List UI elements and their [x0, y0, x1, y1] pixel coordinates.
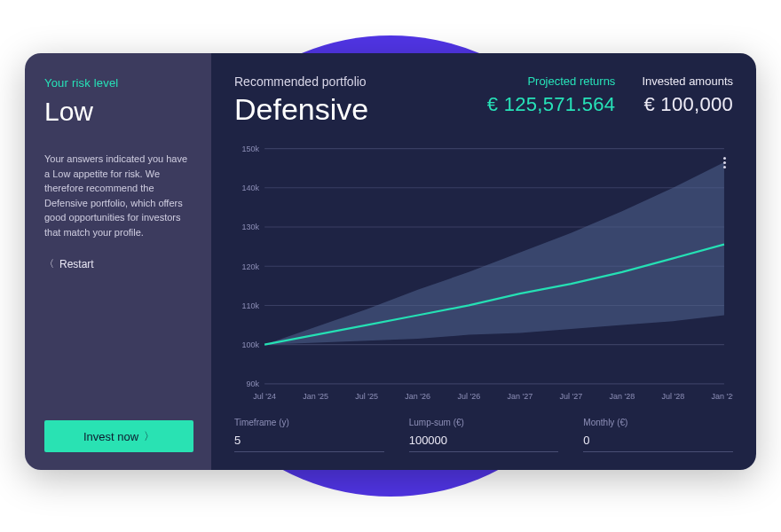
- restart-button[interactable]: 〉 Restart: [44, 257, 193, 270]
- svg-text:Jul '27: Jul '27: [559, 391, 582, 401]
- recommended-label: Recommended portfolio: [234, 74, 487, 89]
- invest-now-button[interactable]: Invest now 〉: [44, 420, 193, 452]
- monthly-label: Monthly (€): [583, 418, 733, 427]
- lump-sum-input[interactable]: [409, 431, 559, 452]
- chevron-left-icon: 〉: [44, 257, 54, 270]
- restart-label: Restart: [59, 258, 94, 270]
- timeframe-label: Timeframe (y): [234, 418, 384, 427]
- svg-text:Jul '28: Jul '28: [662, 391, 685, 401]
- projected-value: € 125,571.564: [487, 93, 616, 116]
- svg-text:90k: 90k: [247, 379, 260, 388]
- inputs-row: Timeframe (y) Lump-sum (€) Monthly (€): [234, 418, 733, 452]
- risk-description: Your answers indicated you have a Low ap…: [44, 152, 193, 239]
- main-content: Recommended portfolio Defensive Projecte…: [211, 53, 756, 470]
- svg-text:150k: 150k: [242, 143, 260, 153]
- invest-label: Invest now: [83, 430, 138, 443]
- timeframe-input[interactable]: [234, 431, 384, 452]
- invested-label: Invested amounts: [642, 74, 733, 88]
- svg-text:Jan '25: Jan '25: [303, 391, 328, 401]
- svg-text:110k: 110k: [242, 300, 260, 309]
- invested-value: € 100,000: [642, 93, 733, 116]
- svg-text:100k: 100k: [242, 340, 260, 349]
- projected-label: Projected returns: [487, 74, 616, 88]
- svg-text:140k: 140k: [242, 183, 260, 192]
- portfolio-name: Defensive: [234, 92, 487, 127]
- chart-menu-icon[interactable]: [723, 155, 726, 170]
- risk-level-value: Low: [44, 97, 193, 127]
- chart-svg: 90k100k110k120k130k140k150kJul '24Jan '2…: [234, 143, 733, 405]
- svg-text:Jan '28: Jan '28: [609, 391, 635, 401]
- svg-text:Jan '26: Jan '26: [405, 391, 430, 401]
- app-panel: Your risk level Low Your answers indicat…: [25, 53, 756, 470]
- invested-amounts-block: Invested amounts € 100,000: [642, 74, 733, 116]
- projection-chart: 90k100k110k120k130k140k150kJul '24Jan '2…: [234, 143, 733, 405]
- projected-returns-block: Projected returns € 125,571.564: [487, 74, 616, 116]
- svg-text:Jan '29: Jan '29: [712, 391, 733, 401]
- sidebar: Your risk level Low Your answers indicat…: [25, 53, 211, 470]
- header-row: Recommended portfolio Defensive Projecte…: [234, 74, 733, 127]
- svg-text:Jul '25: Jul '25: [355, 391, 378, 401]
- risk-label: Your risk level: [44, 76, 193, 90]
- svg-text:Jul '26: Jul '26: [457, 391, 480, 401]
- lump-sum-label: Lump-sum (€): [409, 418, 559, 427]
- monthly-input[interactable]: [583, 431, 733, 452]
- svg-text:Jan '27: Jan '27: [507, 391, 532, 401]
- chevron-right-icon: 〉: [144, 429, 154, 444]
- svg-text:Jul '24: Jul '24: [253, 391, 276, 401]
- svg-text:130k: 130k: [242, 222, 260, 231]
- svg-text:120k: 120k: [242, 261, 260, 270]
